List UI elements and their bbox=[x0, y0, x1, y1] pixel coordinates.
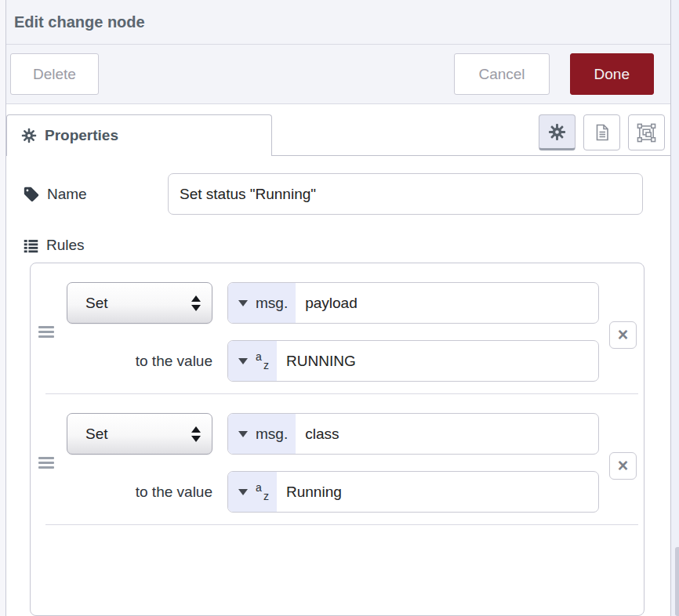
name-field-label: Name bbox=[23, 186, 168, 203]
tab-properties[interactable]: Properties bbox=[6, 114, 272, 156]
rule-row: Set msg. to the value bbox=[31, 394, 644, 525]
close-icon: × bbox=[618, 457, 628, 475]
property-type-label: msg. bbox=[256, 426, 288, 443]
select-arrows-icon bbox=[191, 426, 201, 442]
value-type-button[interactable]: a z bbox=[228, 472, 277, 512]
tag-icon bbox=[23, 186, 40, 203]
rule-property-input[interactable] bbox=[296, 414, 598, 454]
name-input[interactable] bbox=[168, 173, 643, 215]
dialog-title: Edit change node bbox=[14, 13, 145, 31]
rule-value-input[interactable] bbox=[277, 341, 598, 381]
appearance-icon bbox=[637, 123, 656, 143]
delete-button[interactable]: Delete bbox=[10, 53, 99, 95]
drag-handle-icon[interactable] bbox=[38, 326, 54, 340]
rule-property-typedinput: msg. bbox=[227, 413, 599, 455]
name-label: Name bbox=[47, 186, 87, 203]
to-value-label: to the value bbox=[67, 484, 212, 501]
string-type-icon: a z bbox=[256, 480, 269, 504]
rules-list: Set msg. to the value bbox=[30, 263, 645, 616]
done-button[interactable]: Done bbox=[570, 53, 654, 95]
document-icon bbox=[593, 123, 612, 142]
chevron-down-icon bbox=[238, 358, 248, 364]
chevron-down-icon bbox=[238, 300, 248, 306]
property-type-label: msg. bbox=[256, 295, 288, 312]
rule-row: Set msg. to the value bbox=[31, 263, 644, 394]
cancel-button[interactable]: Cancel bbox=[454, 53, 549, 95]
gear-icon bbox=[548, 123, 566, 141]
chevron-down-icon bbox=[238, 431, 248, 437]
property-type-button[interactable]: msg. bbox=[228, 283, 296, 323]
rules-section-label: Rules bbox=[23, 237, 670, 254]
property-type-button[interactable]: msg. bbox=[228, 414, 296, 454]
remove-rule-button[interactable]: × bbox=[609, 321, 637, 349]
rule-action-value: Set bbox=[85, 426, 108, 443]
rules-label: Rules bbox=[46, 237, 85, 254]
select-arrows-icon bbox=[191, 295, 201, 311]
rule-action-select[interactable]: Set bbox=[67, 413, 212, 455]
name-row: Name bbox=[23, 173, 643, 215]
right-gutter bbox=[671, 0, 679, 616]
value-type-button[interactable]: a z bbox=[228, 341, 277, 381]
tab-properties-label: Properties bbox=[45, 127, 118, 144]
drag-handle-icon[interactable] bbox=[38, 457, 54, 471]
description-view-button[interactable] bbox=[583, 114, 620, 150]
rule-property-typedinput: msg. bbox=[227, 282, 599, 324]
to-value-label: to the value bbox=[67, 353, 212, 370]
rule-action-value: Set bbox=[85, 295, 108, 312]
edit-change-node-dialog: Edit change node Delete Cancel Done bbox=[6, 0, 671, 616]
rule-value-input[interactable] bbox=[277, 472, 598, 512]
rule-property-input[interactable] bbox=[296, 283, 598, 323]
tray-toolbar: Delete Cancel Done bbox=[6, 45, 670, 104]
remove-rule-button[interactable]: × bbox=[609, 452, 637, 480]
string-type-icon: a z bbox=[256, 350, 269, 373]
rule-value-typedinput: a z bbox=[227, 471, 599, 513]
rule-action-select[interactable]: Set bbox=[67, 282, 212, 324]
tray-body: Properties bbox=[6, 104, 670, 616]
rule-value-typedinput: a z bbox=[227, 340, 599, 382]
chevron-down-icon bbox=[238, 489, 248, 495]
close-icon: × bbox=[618, 326, 628, 344]
tab-row: Properties bbox=[6, 104, 670, 156]
gear-icon bbox=[21, 128, 37, 143]
appearance-view-button[interactable] bbox=[628, 114, 665, 150]
scrollbar-thumb[interactable] bbox=[675, 547, 679, 616]
list-icon bbox=[23, 237, 39, 254]
tray-resize-handle[interactable] bbox=[0, 0, 6, 616]
editor-type-buttons bbox=[539, 114, 665, 150]
properties-view-button[interactable] bbox=[539, 114, 576, 150]
tray-header: Edit change node bbox=[6, 0, 670, 45]
